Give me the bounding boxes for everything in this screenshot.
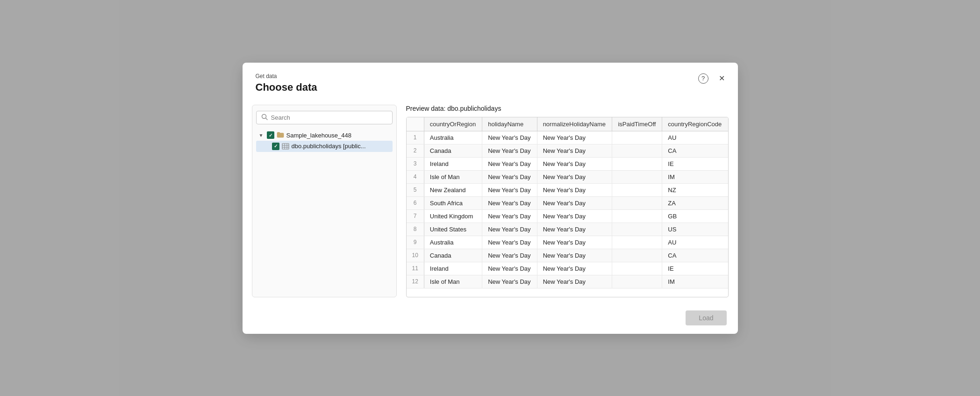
cell-holidayName: New Year's Day	[482, 249, 537, 262]
row-num: 11	[407, 262, 424, 275]
table-header-row: countryOrRegion holidayName normalizeHol…	[407, 117, 728, 131]
cell-countryOrRegion: Australia	[424, 131, 482, 144]
modal-title: Choose data	[256, 81, 725, 94]
choose-data-modal: Get data Choose data ? ✕	[243, 63, 738, 334]
cell-isPaidTimeOff	[612, 170, 662, 183]
lakehouse-label: Sample_lakehouse_448	[286, 132, 352, 139]
table-row: 1 Australia New Year's Day New Year's Da…	[407, 131, 728, 144]
table-row: 5 New Zealand New Year's Day New Year's …	[407, 183, 728, 196]
help-button[interactable]: ?	[696, 71, 711, 86]
lakehouse-checkbox[interactable]	[267, 131, 274, 139]
cell-countryOrRegion: New Zealand	[424, 183, 482, 196]
cell-holidayName: New Year's Day	[482, 262, 537, 275]
cell-normalizeHolidayName: New Year's Day	[537, 275, 612, 288]
table-row: 7 United Kingdom New Year's Day New Year…	[407, 209, 728, 223]
cell-normalizeHolidayName: New Year's Day	[537, 262, 612, 275]
row-num: 9	[407, 236, 424, 249]
cell-normalizeHolidayName: New Year's Day	[537, 196, 612, 209]
cell-countryOrRegion: Isle of Man	[424, 275, 482, 288]
col-header-countryRegionCode: countryRegionCode	[662, 117, 728, 131]
cell-isPaidTimeOff	[612, 131, 662, 144]
cell-countryRegionCode: ZA	[662, 196, 728, 209]
chevron-down-icon: ▼	[258, 133, 265, 138]
col-header-holidayName: holidayName	[482, 117, 537, 131]
cell-normalizeHolidayName: New Year's Day	[537, 236, 612, 249]
cell-countryOrRegion: Ireland	[424, 262, 482, 275]
cell-holidayName: New Year's Day	[482, 196, 537, 209]
table-body: 1 Australia New Year's Day New Year's Da…	[407, 131, 728, 288]
table-row: 11 Ireland New Year's Day New Year's Day…	[407, 262, 728, 275]
row-num: 8	[407, 223, 424, 236]
col-header-normalizeHolidayName: normalizeHolidayName	[537, 117, 612, 131]
table-row: 10 Canada New Year's Day New Year's Day …	[407, 249, 728, 262]
svg-rect-2	[282, 144, 289, 149]
col-header-countryOrRegion: countryOrRegion	[424, 117, 482, 131]
search-box[interactable]	[256, 111, 393, 124]
lakehouse-item[interactable]: ▼ Sample_lakehouse_448	[256, 130, 393, 141]
cell-countryRegionCode: GB	[662, 209, 728, 223]
cell-holidayName: New Year's Day	[482, 275, 537, 288]
table-row: 2 Canada New Year's Day New Year's Day C…	[407, 144, 728, 157]
cell-countryRegionCode: IM	[662, 275, 728, 288]
cell-isPaidTimeOff	[612, 236, 662, 249]
cell-countryOrRegion: United Kingdom	[424, 209, 482, 223]
table-row: 12 Isle of Man New Year's Day New Year's…	[407, 275, 728, 288]
table-checkbox[interactable]	[272, 143, 279, 150]
row-num: 1	[407, 131, 424, 144]
cell-countryOrRegion: South Africa	[424, 196, 482, 209]
row-num: 5	[407, 183, 424, 196]
row-num: 7	[407, 209, 424, 223]
row-num: 10	[407, 249, 424, 262]
cell-isPaidTimeOff	[612, 223, 662, 236]
cell-countryRegionCode: IM	[662, 170, 728, 183]
cell-normalizeHolidayName: New Year's Day	[537, 183, 612, 196]
cell-holidayName: New Year's Day	[482, 223, 537, 236]
table-item[interactable]: dbo.publicholidays [public...	[256, 141, 393, 152]
cell-countryOrRegion: Isle of Man	[424, 170, 482, 183]
cell-countryOrRegion: Canada	[424, 249, 482, 262]
table-row: 9 Australia New Year's Day New Year's Da…	[407, 236, 728, 249]
modal-body: ▼ Sample_lakehouse_448	[243, 97, 738, 305]
cell-countryRegionCode: CA	[662, 144, 728, 157]
row-num: 12	[407, 275, 424, 288]
cell-countryRegionCode: CA	[662, 249, 728, 262]
table-row: 6 South Africa New Year's Day New Year's…	[407, 196, 728, 209]
cell-holidayName: New Year's Day	[482, 157, 537, 170]
cell-normalizeHolidayName: New Year's Day	[537, 209, 612, 223]
data-table-wrapper[interactable]: countryOrRegion holidayName normalizeHol…	[406, 117, 729, 297]
row-num: 3	[407, 157, 424, 170]
cell-normalizeHolidayName: New Year's Day	[537, 249, 612, 262]
cell-countryOrRegion: Ireland	[424, 157, 482, 170]
load-button[interactable]: Load	[686, 310, 726, 325]
get-data-label: Get data	[256, 73, 725, 79]
cell-countryRegionCode: IE	[662, 262, 728, 275]
cell-countryOrRegion: Australia	[424, 236, 482, 249]
cell-holidayName: New Year's Day	[482, 236, 537, 249]
modal-action-buttons: ? ✕	[696, 71, 730, 86]
cell-isPaidTimeOff	[612, 209, 662, 223]
row-num-header	[407, 117, 424, 131]
cell-holidayName: New Year's Day	[482, 144, 537, 157]
row-num: 2	[407, 144, 424, 157]
row-num: 4	[407, 170, 424, 183]
cell-normalizeHolidayName: New Year's Day	[537, 131, 612, 144]
close-button[interactable]: ✕	[715, 71, 730, 86]
cell-countryRegionCode: IE	[662, 157, 728, 170]
table-grid-icon	[282, 143, 289, 150]
cell-holidayName: New Year's Day	[482, 131, 537, 144]
cell-countryRegionCode: AU	[662, 236, 728, 249]
cell-countryRegionCode: NZ	[662, 183, 728, 196]
modal-footer: Load	[243, 305, 738, 334]
search-input[interactable]	[271, 114, 387, 121]
cell-normalizeHolidayName: New Year's Day	[537, 157, 612, 170]
preview-table: countryOrRegion holidayName normalizeHol…	[407, 117, 728, 288]
svg-line-1	[265, 118, 267, 120]
cell-isPaidTimeOff	[612, 144, 662, 157]
cell-holidayName: New Year's Day	[482, 170, 537, 183]
cell-normalizeHolidayName: New Year's Day	[537, 170, 612, 183]
cell-holidayName: New Year's Day	[482, 209, 537, 223]
col-header-isPaidTimeOff: isPaidTimeOff	[612, 117, 662, 131]
cell-isPaidTimeOff	[612, 262, 662, 275]
right-panel: Preview data: dbo.publicholidays country…	[397, 105, 729, 297]
cell-countryRegionCode: AU	[662, 131, 728, 144]
